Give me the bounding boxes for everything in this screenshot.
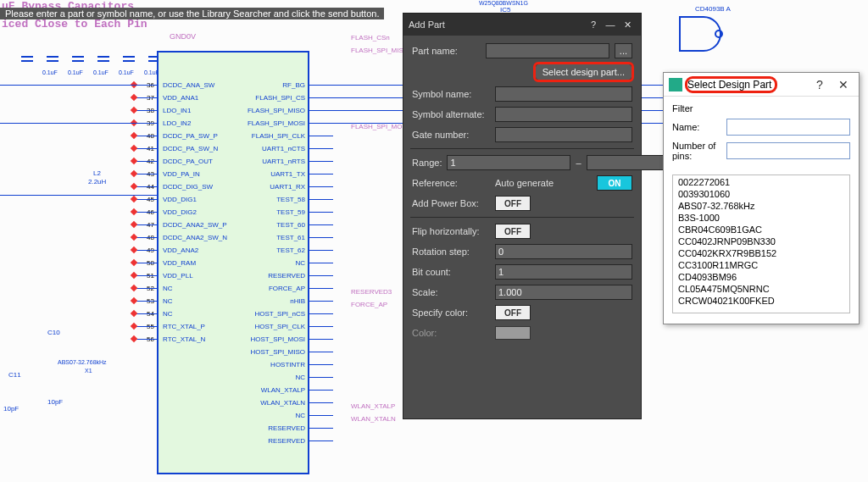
- symbol-alternate-input[interactable]: [495, 107, 632, 122]
- xtal-label: ABS07-32.768kHz: [58, 359, 107, 365]
- list-item[interactable]: CC3100R11MRGC: [673, 259, 849, 271]
- pin-label: RESERVED: [268, 437, 305, 445]
- parts-listbox[interactable]: 00222720610039301060ABS07-32.768kHzB3S-1…: [672, 175, 850, 313]
- pin-marker: [131, 335, 137, 342]
- filter-name-label: Name:: [672, 122, 721, 132]
- scale-input[interactable]: [495, 285, 632, 300]
- pin-marker: [131, 285, 137, 291]
- net-label: RESERVED3: [351, 288, 392, 296]
- net-label: FLASH_CSn: [351, 34, 390, 42]
- xtal-ref: X1: [85, 368, 92, 374]
- auto-generate-toggle[interactable]: ON: [597, 175, 632, 191]
- close-button[interactable]: ✕: [832, 78, 855, 91]
- pin-marker: [131, 196, 137, 202]
- ref-label: C11: [8, 371, 21, 379]
- pin-marker: [131, 208, 137, 215]
- add-power-box-toggle[interactable]: OFF: [495, 196, 531, 211]
- pin-label: RTC_XTAL_N: [163, 335, 205, 343]
- list-item[interactable]: 0022272061: [673, 176, 849, 188]
- pin-label: HOST_SPI_MISO: [251, 348, 305, 356]
- color-label: Color:: [412, 328, 490, 338]
- pin-label: RESERVED: [268, 272, 305, 280]
- list-item[interactable]: CRCW04021K00FKED: [673, 295, 849, 307]
- pin-label: WLAN_XTALN: [260, 399, 305, 407]
- part-name-label: Part name:: [412, 46, 481, 56]
- pin-label: HOSTINTR: [270, 361, 305, 368]
- dialog-title: Select Design Part: [687, 79, 808, 91]
- dialog-titlebar[interactable]: Select Design Part ? ✕: [664, 73, 859, 97]
- list-item[interactable]: CL05A475MQ5NRNC: [673, 283, 849, 295]
- pin-marker: [131, 259, 137, 266]
- auto-generate-label: Auto generate: [495, 178, 592, 188]
- help-button[interactable]: ?: [585, 19, 602, 30]
- filter-pins-input[interactable]: [726, 142, 850, 159]
- pin-label: DCDC_PA_SW_P: [163, 132, 218, 140]
- list-item[interactable]: CC0402KRX7R9BB152: [673, 247, 849, 259]
- dialog-titlebar[interactable]: Add Part ? — ✕: [403, 14, 641, 36]
- pin-marker: [131, 272, 137, 279]
- capacitor-icon: [72, 51, 84, 66]
- gate-number-input[interactable]: [495, 127, 632, 142]
- val-label: 10pF: [3, 405, 19, 413]
- bit-count-input[interactable]: [495, 264, 632, 280]
- pin-marker: [131, 107, 137, 114]
- pin-label: TEST_62: [276, 247, 305, 254]
- list-item[interactable]: 0039301060: [673, 188, 849, 200]
- pin-label: LDO_IN2: [163, 119, 191, 127]
- range-from-input[interactable]: [447, 155, 570, 170]
- pin-marker: [131, 158, 137, 164]
- help-button[interactable]: ?: [808, 78, 832, 91]
- filter-group-label: Filter: [672, 103, 850, 114]
- pin-label: TEST_58: [276, 196, 305, 203]
- net-label: WLAN_XTALP: [351, 402, 395, 410]
- list-item[interactable]: CD4093BM96: [673, 271, 849, 283]
- browse-button[interactable]: ...: [615, 43, 632, 58]
- select-design-part-button[interactable]: Select design part...: [535, 64, 632, 80]
- range-label: Range:: [412, 158, 442, 168]
- pin-label: NC: [163, 285, 173, 292]
- close-button[interactable]: ✕: [619, 19, 636, 30]
- net-label: FLASH_SPI_MISO: [351, 47, 409, 54]
- pin-marker: [131, 132, 137, 139]
- net-label: WLAN_XTALN: [351, 415, 396, 423]
- pin-label: NC: [295, 412, 305, 419]
- pin-label: WLAN_XTALP: [261, 386, 305, 394]
- pin-label: UART1_nRTS: [262, 158, 305, 165]
- net-label: FLASH_SPI_MOSI: [351, 123, 409, 130]
- filter-name-input[interactable]: [726, 119, 850, 136]
- pin-marker: [131, 94, 137, 101]
- pin-label: UART1_TX: [270, 170, 305, 178]
- pin-marker: [131, 297, 137, 304]
- val-label: 10pF: [47, 398, 63, 406]
- pin-label: NC: [295, 259, 305, 267]
- ic-part: W25Q80BWSN1G: [479, 0, 528, 6]
- pin-label: TEST_59: [276, 208, 305, 216]
- rotation-step-input[interactable]: [495, 244, 632, 259]
- gate-number-label: Gate number:: [412, 130, 490, 140]
- list-item[interactable]: B3S-1000: [673, 212, 849, 224]
- pin-label: UART1_RX: [270, 183, 305, 191]
- cap-value: 0.1uF: [93, 69, 108, 75]
- pin-label: RESERVED: [268, 424, 305, 432]
- specify-color-toggle[interactable]: OFF: [495, 305, 531, 320]
- schematic-note: iced Close to Each Pin: [2, 18, 147, 30]
- symbol-name-input[interactable]: [495, 86, 632, 102]
- app-icon: [669, 78, 682, 91]
- pin-label: RF_BG: [282, 81, 305, 89]
- flip-horizontally-toggle[interactable]: OFF: [495, 224, 531, 239]
- pin-marker: [131, 310, 137, 317]
- cap-value: 0.1uF: [42, 69, 58, 75]
- capacitor-icon: [97, 51, 109, 66]
- capacitor-icon: [123, 51, 135, 66]
- list-item[interactable]: ABS07-32.768kHz: [673, 200, 849, 212]
- nand-gate-icon: [678, 15, 725, 53]
- symbol-alternate-label: Symbol alternate:: [412, 109, 490, 119]
- list-item[interactable]: CBR04C609B1GAC: [673, 224, 849, 235]
- minimize-button[interactable]: —: [602, 19, 619, 30]
- list-item[interactable]: CC0402JRNP09BN330: [673, 235, 849, 247]
- part-name-input[interactable]: [486, 43, 609, 58]
- pin-label: DCDC_PA_OUT: [163, 158, 213, 165]
- pin-label: NC: [163, 310, 173, 318]
- pin-label: HOST_SPI_CLK: [254, 323, 305, 330]
- pin-label: DCDC_PA_SW_N: [163, 145, 218, 152]
